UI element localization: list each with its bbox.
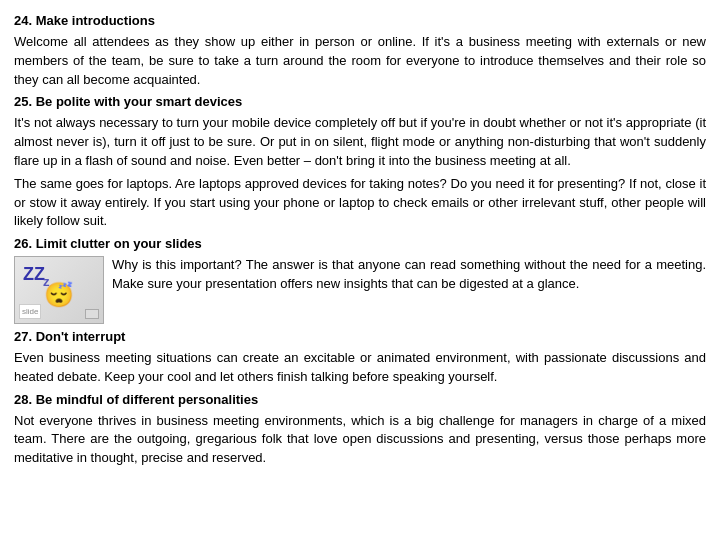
zzz-small: z (43, 273, 50, 292)
section-26: 26. Limit clutter on your slides ZZ z 😴 … (14, 235, 706, 324)
heading-25: 25. Be polite with your smart devices (14, 93, 706, 112)
section-28: 28. Be mindful of different personalitie… (14, 391, 706, 468)
section-27-para-1: Even business meeting situations can cre… (14, 349, 706, 387)
section-24-para-1: Welcome all attendees as they show up ei… (14, 33, 706, 90)
section-25-para-2: The same goes for laptops. Are laptops a… (14, 175, 706, 232)
slide-thumbnail (85, 309, 99, 319)
heading-26: 26. Limit clutter on your slides (14, 235, 706, 254)
heading-28: 28. Be mindful of different personalitie… (14, 391, 706, 410)
slide-section: ZZ z 😴 slide Why is this important? The … (14, 256, 706, 324)
zzz-large: ZZ (23, 261, 45, 287)
section-28-para-1: Not everyone thrives in business meeting… (14, 412, 706, 469)
slide-image: ZZ z 😴 slide (14, 256, 104, 324)
heading-24: 24. Make introductions (14, 12, 706, 31)
slide-label: slide (19, 304, 41, 320)
heading-27: 27. Don't interrupt (14, 328, 706, 347)
section-27: 27. Don't interrupt Even business meetin… (14, 328, 706, 387)
slide-paragraph: Why is this important? The answer is tha… (112, 256, 706, 294)
section-25-para-1: It's not always necessary to turn your m… (14, 114, 706, 171)
section-25: 25. Be polite with your smart devices It… (14, 93, 706, 231)
section-24: 24. Make introductions Welcome all atten… (14, 12, 706, 89)
